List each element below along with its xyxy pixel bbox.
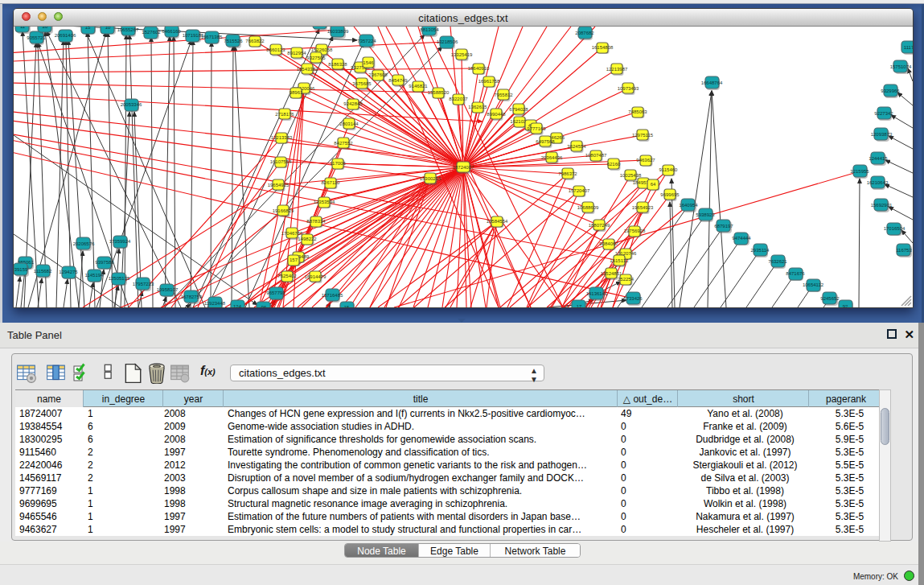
svg-text:9657791: 9657791 — [266, 290, 285, 295]
svg-text:1527602: 1527602 — [142, 30, 161, 35]
svg-text:1362615: 1362615 — [468, 105, 487, 109]
svg-text:9115460: 9115460 — [659, 167, 679, 172]
svg-text:17016504: 17016504 — [884, 226, 906, 231]
svg-text:7955812: 7955812 — [494, 93, 513, 97]
svg-text:5938923: 5938923 — [696, 212, 715, 217]
svg-text:2935114: 2935114 — [751, 248, 770, 253]
svg-text:116753: 116753 — [896, 248, 912, 253]
svg-text:19166829: 19166829 — [273, 208, 294, 213]
svg-text:9146821: 9146821 — [409, 84, 428, 89]
svg-text:98961: 98961 — [290, 90, 303, 95]
svg-text:12505135: 12505135 — [109, 276, 130, 281]
svg-text:3215955: 3215955 — [850, 169, 869, 174]
svg-text:18807249: 18807249 — [589, 223, 610, 228]
svg-text:2718176: 2718176 — [275, 112, 294, 117]
svg-text:9699695: 9699695 — [660, 192, 680, 197]
svg-text:15300215: 15300215 — [420, 176, 441, 181]
svg-text:10025438: 10025438 — [620, 173, 642, 178]
svg-text:9463627: 9463627 — [636, 158, 655, 163]
svg-text:7986372: 7986372 — [558, 171, 577, 176]
svg-text:8990448: 8990448 — [487, 112, 506, 117]
svg-text:14136141: 14136141 — [586, 291, 608, 296]
svg-text:20: 20 — [43, 27, 48, 29]
svg-text:16671385: 16671385 — [201, 35, 223, 39]
svg-text:10654112: 10654112 — [803, 282, 824, 287]
svg-text:8878334: 8878334 — [306, 219, 326, 224]
svg-text:1117: 1117 — [904, 45, 913, 50]
svg-text:117006: 117006 — [330, 161, 346, 166]
svg-text:1733426: 1733426 — [623, 296, 643, 301]
svg-text:20691406: 20691406 — [55, 33, 76, 38]
svg-text:8454749: 8454749 — [388, 78, 408, 83]
svg-text:12213383: 12213383 — [271, 135, 293, 140]
svg-text:6794028: 6794028 — [509, 107, 528, 112]
svg-text:17957223: 17957223 — [133, 282, 154, 286]
svg-text:16210643: 16210643 — [867, 180, 889, 185]
svg-text:124: 124 — [233, 304, 242, 307]
svg-text:11: 11 — [20, 27, 26, 29]
svg-text:7625402: 7625402 — [277, 274, 297, 278]
svg-text:11923448: 11923448 — [204, 301, 226, 306]
svg-text:17359924: 17359924 — [109, 239, 131, 244]
svg-text:9327505: 9327505 — [306, 56, 326, 60]
svg-text:15: 15 — [85, 27, 91, 30]
svg-text:6497568: 6497568 — [536, 139, 555, 144]
svg-text:8912954: 8912954 — [287, 51, 306, 56]
svg-text:8813054: 8813054 — [420, 27, 439, 32]
svg-text:19584554: 19584554 — [487, 219, 508, 224]
svg-text:18640910: 18640910 — [468, 66, 490, 71]
svg-text:15720407: 15720407 — [569, 188, 590, 193]
svg-text:1546: 1546 — [363, 60, 374, 65]
svg-text:17: 17 — [577, 304, 582, 307]
svg-text:15716485: 15716485 — [322, 293, 343, 298]
svg-text:10973493: 10973493 — [618, 86, 639, 91]
svg-text:12975115: 12975115 — [632, 133, 654, 138]
svg-text:16914479: 16914479 — [305, 274, 326, 279]
svg-text:2087682: 2087682 — [575, 31, 594, 35]
svg-text:9245652: 9245652 — [820, 296, 840, 301]
svg-text:16154808: 16154808 — [592, 45, 614, 50]
svg-text:18724007: 18724007 — [453, 165, 474, 170]
svg-text:96: 96 — [261, 305, 267, 307]
svg-text:7357224: 7357224 — [357, 39, 376, 43]
svg-text:13524851: 13524851 — [601, 271, 622, 276]
svg-text:19756928: 19756928 — [624, 229, 646, 233]
svg-text:16782759: 16782759 — [181, 295, 203, 299]
svg-text:10655267: 10655267 — [117, 27, 139, 32]
svg-text:92: 92 — [843, 304, 848, 307]
svg-text:16648764: 16648764 — [701, 80, 723, 85]
svg-text:1615132: 1615132 — [610, 258, 629, 263]
svg-text:12093873: 12093873 — [871, 132, 893, 137]
svg-text:20206576: 20206576 — [73, 241, 95, 246]
svg-text:12353594: 12353594 — [314, 200, 335, 204]
svg-text:7632621: 7632621 — [768, 259, 787, 264]
svg-text:9242848: 9242848 — [343, 101, 363, 106]
svg-text:9227342: 9227342 — [874, 111, 893, 116]
svg-text:1640954: 1640954 — [679, 203, 698, 208]
svg-text:7485063: 7485063 — [628, 109, 647, 114]
svg-text:62160: 62160 — [607, 162, 621, 167]
svg-text:19654925: 19654925 — [268, 183, 290, 187]
svg-text:8186328: 8186328 — [328, 62, 347, 67]
svg-text:8427552: 8427552 — [334, 141, 353, 146]
svg-text:10958107: 10958107 — [157, 287, 179, 292]
svg-text:10688609: 10688609 — [577, 205, 599, 210]
svg-text:16107554: 16107554 — [270, 159, 292, 164]
svg-text:10807487: 10807487 — [585, 153, 607, 158]
svg-text:6879197: 6879197 — [714, 224, 733, 229]
svg-text:17046766: 17046766 — [281, 231, 303, 236]
svg-text:12213987: 12213987 — [606, 67, 628, 72]
svg-text:1244415: 1244415 — [869, 156, 888, 161]
svg-text:39159: 39159 — [14, 267, 28, 272]
svg-text:1115682: 1115682 — [34, 269, 52, 274]
svg-text:3675685: 3675685 — [352, 81, 372, 86]
svg-text:2803144: 2803144 — [339, 122, 359, 126]
svg-text:64: 64 — [651, 182, 656, 187]
svg-text:7663822: 7663822 — [245, 39, 265, 43]
svg-text:2367608: 2367608 — [368, 72, 388, 77]
svg-text:20053346: 20053346 — [121, 102, 142, 107]
svg-text:1498222: 1498222 — [298, 237, 317, 241]
svg-text:252254: 252254 — [618, 277, 634, 282]
svg-text:6466160: 6466160 — [162, 29, 181, 34]
svg-text:16033809: 16033809 — [327, 29, 349, 34]
